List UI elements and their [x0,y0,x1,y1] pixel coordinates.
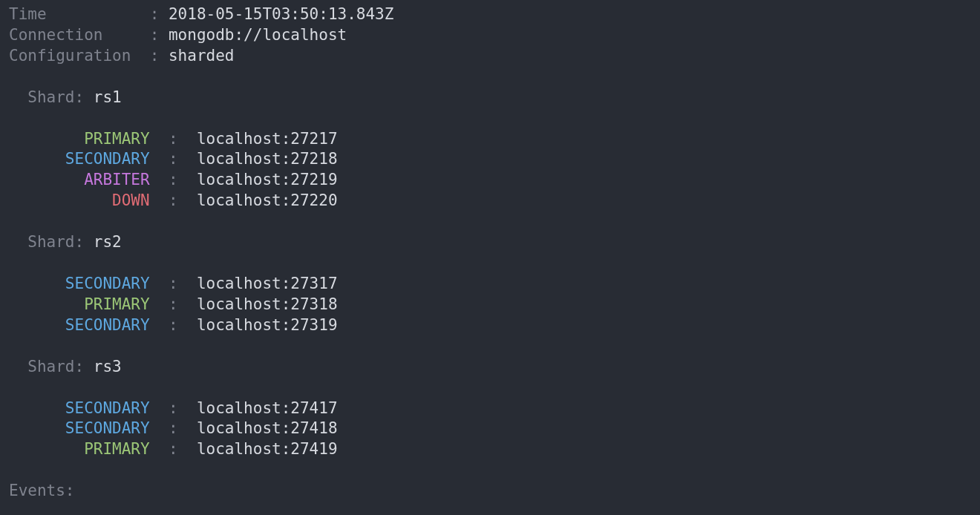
member-host: localhost:27418 [197,419,338,437]
separator: : [150,419,197,437]
member-host: localhost:27217 [197,130,338,148]
member-host: localhost:27417 [197,399,338,417]
blank-line [9,67,971,88]
shard-name: rs3 [94,358,122,375]
separator: : [150,295,197,313]
shard-header: Shard: rs3 [9,357,971,378]
terminal-output: Time : 2018-05-15T03:50:13.843Z Connecti… [9,4,971,502]
events-header: Events: [9,481,971,502]
blank-line [9,108,971,129]
member-host: localhost:27319 [197,316,338,334]
blank-line [9,460,971,481]
member-host: localhost:27220 [197,191,338,209]
connection-value: mongodb://localhost [169,26,347,44]
shard-member-row: PRIMARY : localhost:27419 [9,439,971,460]
member-role: PRIMARY [9,295,150,313]
separator: : [150,171,197,188]
shard-member-row: SECONDARY : localhost:27218 [9,149,971,170]
shard-member-row: ARBITER : localhost:27219 [9,170,971,191]
shard-member-row: SECONDARY : localhost:27317 [9,274,971,295]
header-row-connection: Connection : mongodb://localhost [9,25,971,46]
connection-label: Connection [9,26,140,44]
member-role: SECONDARY [9,419,150,437]
member-role: ARBITER [9,171,150,188]
separator: : [150,191,197,209]
member-role: SECONDARY [9,275,150,292]
member-role: SECONDARY [9,316,150,334]
separator: : [140,5,169,23]
shards-container: Shard: rs1 PRIMARY : localhost:27217 SEC… [9,88,971,482]
events-label: Events: [9,482,75,499]
configuration-label: Configuration [9,47,140,65]
member-host: localhost:27419 [197,440,338,458]
blank-line [9,253,971,274]
member-role: PRIMARY [9,130,150,148]
member-host: localhost:27218 [197,150,338,168]
time-label: Time [9,5,140,23]
blank-line [9,211,971,232]
member-host: localhost:27219 [197,171,338,188]
member-host: localhost:27318 [197,295,338,313]
separator: : [140,47,169,65]
member-role: SECONDARY [9,399,150,417]
shard-name: rs2 [94,233,122,251]
shard-header: Shard: rs1 [9,88,971,108]
shard-member-row: DOWN : localhost:27220 [9,191,971,211]
shard-label: Shard: [9,233,94,251]
member-role: PRIMARY [9,440,150,458]
shard-header: Shard: rs2 [9,232,971,253]
member-host: localhost:27317 [197,275,338,292]
shard-label: Shard: [9,358,94,375]
shard-name: rs1 [94,88,122,106]
shard-member-row: SECONDARY : localhost:27417 [9,398,971,419]
blank-line [9,378,971,398]
separator: : [150,440,197,458]
shard-member-row: SECONDARY : localhost:27319 [9,315,971,336]
time-value: 2018-05-15T03:50:13.843Z [169,5,393,23]
member-role: DOWN [9,191,150,209]
blank-line [9,336,971,357]
separator: : [150,150,197,168]
shard-label: Shard: [9,88,94,106]
separator: : [150,130,197,148]
shard-member-row: PRIMARY : localhost:27318 [9,295,971,315]
separator: : [140,26,169,44]
header-row-configuration: Configuration : sharded [9,46,971,67]
member-role: SECONDARY [9,150,150,168]
separator: : [150,275,197,292]
shard-member-row: PRIMARY : localhost:27217 [9,129,971,150]
separator: : [150,316,197,334]
header-row-time: Time : 2018-05-15T03:50:13.843Z [9,4,971,25]
separator: : [150,399,197,417]
configuration-value: sharded [169,47,235,65]
shard-member-row: SECONDARY : localhost:27418 [9,419,971,439]
